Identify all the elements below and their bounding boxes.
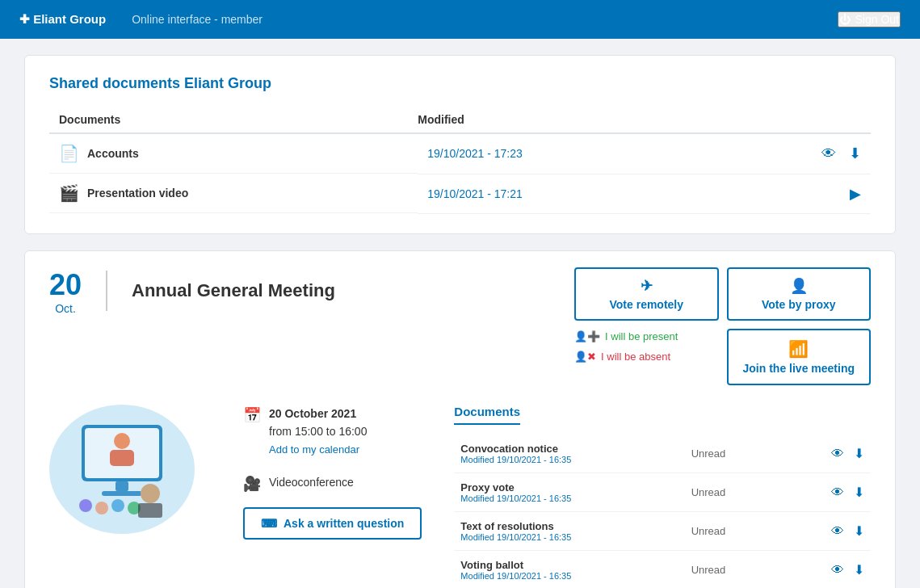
join-live-meeting-button[interactable]: 📶 Join the live meeting	[727, 329, 871, 385]
meeting-doc-download-button[interactable]: ⬇	[854, 523, 864, 539]
power-icon: ⏻	[839, 13, 851, 26]
videoconf-info-row: 🎥 Videoconference	[243, 473, 422, 493]
meeting-doc-title-cell: Voting ballot Modified 19/10/2021 - 16:3…	[454, 550, 684, 588]
svg-point-8	[111, 499, 124, 512]
meeting-day: 20	[49, 267, 82, 302]
meeting-month: Oct.	[49, 302, 82, 316]
meeting-doc-title: Convocation notice	[460, 443, 678, 455]
join-label: Join the live meeting	[743, 362, 855, 375]
header-subtitle: Online interface - member	[132, 13, 263, 26]
view-button[interactable]: 👁	[821, 145, 836, 162]
main-content: Shared documents Eliant Group Documents …	[0, 39, 920, 588]
meeting-doc-status: Unread	[685, 511, 773, 550]
meeting-doc-modified: Modified 19/10/2021 - 16:35	[460, 494, 678, 503]
calendar-icon: 📅	[243, 406, 261, 424]
meeting-doc-title: Proxy vote	[460, 481, 678, 494]
meeting-doc-modified: Modified 19/10/2021 - 16:35	[460, 532, 678, 542]
date-info-text: 20 October 2021 from 15:00 to 16:00 Add …	[269, 405, 367, 460]
meeting-info-date: 20 October 2021	[269, 405, 367, 422]
meeting-header: 20 Oct. Annual General Meeting ✈ Vote re…	[49, 267, 871, 385]
present-icon: 👤➕	[574, 330, 600, 342]
meeting-doc-download-button[interactable]: ⬇	[854, 562, 864, 578]
svg-rect-3	[110, 450, 134, 466]
doc-title: Accounts	[87, 147, 139, 160]
videoconf-text: Videoconference	[269, 473, 354, 491]
doc-name-cell: 🎬 Presentation video	[49, 174, 418, 213]
written-question-button[interactable]: ⌨ Ask a written question	[243, 507, 422, 540]
meeting-doc-actions: 👁 ⬇	[773, 435, 871, 473]
meeting-title: Annual General Meeting	[132, 280, 335, 301]
meeting-doc-title-cell: Convocation notice Modified 19/10/2021 -…	[454, 435, 684, 473]
videoconf-label: Videoconference	[269, 476, 354, 489]
vote-remotely-button[interactable]: ✈ Vote remotely	[574, 267, 718, 321]
svg-point-2	[114, 433, 130, 449]
meeting-info: 📅 20 October 2021 from 15:00 to 16:00 Ad…	[243, 405, 422, 589]
meeting-doc-status: Unread	[685, 472, 773, 511]
svg-point-6	[79, 499, 92, 512]
meeting-doc-row: Proxy vote Modified 19/10/2021 - 16:35 U…	[454, 472, 871, 511]
will-be-present-button[interactable]: 👤➕ I will be present	[574, 329, 718, 344]
signout-button[interactable]: ⏻ Sign Out	[838, 11, 901, 27]
meeting-doc-view-button[interactable]: 👁	[831, 524, 844, 539]
col-documents: Documents	[49, 107, 418, 133]
illustration-circle	[49, 405, 195, 534]
present-label: I will be present	[605, 330, 678, 342]
meeting-doc-title: Text of resolutions	[460, 520, 678, 532]
will-be-absent-button[interactable]: 👤✖ I will be absent	[574, 349, 718, 364]
shared-doc-row: 🎬 Presentation video 19/10/2021 - 17:21 …	[49, 174, 871, 213]
video-icon: 🎥	[243, 475, 261, 493]
meeting-doc-row: Voting ballot Modified 19/10/2021 - 16:3…	[454, 550, 871, 588]
download-button[interactable]: ⬇	[849, 145, 861, 162]
meeting-doc-download-button[interactable]: ⬇	[854, 485, 864, 500]
svg-rect-11	[138, 503, 162, 518]
col-modified: Modified	[418, 107, 701, 133]
keyboard-icon: ⌨	[261, 517, 277, 530]
meeting-doc-row: Convocation notice Modified 19/10/2021 -…	[454, 435, 871, 473]
doc-title: Presentation video	[87, 187, 188, 200]
meeting-doc-view-button[interactable]: 👁	[831, 447, 844, 461]
meeting-docs-table: Convocation notice Modified 19/10/2021 -…	[454, 435, 871, 589]
play-button[interactable]: ▶	[850, 185, 861, 203]
meeting-documents: Documents Convocation notice Modified 19…	[454, 405, 871, 589]
meeting-info-time: from 15:00 to 16:00	[269, 425, 367, 438]
shared-documents-card: Shared documents Eliant Group Documents …	[24, 55, 896, 234]
doc-file-icon: 📄	[59, 144, 79, 163]
shared-docs-title: Shared documents Eliant Group	[49, 75, 871, 92]
meeting-doc-title-cell: Text of resolutions Modified 19/10/2021 …	[454, 511, 684, 550]
add-to-calendar-link[interactable]: Add to my calendar	[269, 443, 359, 456]
brand-logo: ✚ Eliant Group	[19, 12, 106, 27]
attendance-buttons: 👤➕ I will be present 👤✖ I will be absent	[574, 329, 718, 364]
meeting-doc-actions: 👁 ⬇	[773, 472, 871, 511]
doc-file-icon: 🎬	[59, 183, 79, 203]
meeting-date-title: 20 Oct. Annual General Meeting	[49, 267, 335, 316]
documents-tab[interactable]: Documents	[454, 405, 520, 425]
meeting-actions: ✈ Vote remotely 👤Vote by proxy 📶 Join th…	[574, 267, 871, 385]
meeting-date: 20 Oct.	[49, 267, 82, 316]
doc-name-cell: 📄 Accounts	[49, 134, 418, 174]
shared-docs-table: Documents Modified 📄 Accounts 19/10/2021…	[49, 107, 871, 214]
brand-icon: ✚ Eliant Group	[19, 12, 106, 27]
meeting-illustration	[49, 405, 211, 589]
meeting-doc-view-button[interactable]: 👁	[831, 563, 844, 578]
doc-actions: ▶	[701, 174, 871, 213]
meeting-doc-status: Unread	[685, 550, 773, 588]
svg-point-7	[95, 502, 108, 514]
header: ✚ Eliant Group Online interface - member…	[0, 0, 920, 39]
meeting-doc-modified: Modified 19/10/2021 - 16:35	[460, 571, 678, 581]
written-question-label: Ask a written question	[284, 517, 404, 530]
shared-doc-row: 📄 Accounts 19/10/2021 - 17:23 👁 ⬇	[49, 133, 871, 174]
vote-by-proxy-button[interactable]: 👤Vote by proxy	[727, 267, 871, 321]
meeting-details: 📅 20 October 2021 from 15:00 to 16:00 Ad…	[49, 405, 871, 589]
svg-rect-5	[102, 491, 142, 496]
meeting-doc-view-button[interactable]: 👁	[831, 485, 844, 500]
illustration-svg	[57, 413, 187, 526]
date-divider	[106, 271, 107, 311]
svg-rect-4	[116, 481, 128, 491]
absent-icon: 👤✖	[574, 351, 596, 363]
meeting-doc-status: Unread	[685, 435, 773, 473]
join-icon: 📶	[788, 339, 809, 359]
svg-point-10	[141, 484, 160, 503]
meeting-doc-actions: 👁 ⬇	[773, 511, 871, 550]
meeting-doc-title: Voting ballot	[460, 559, 678, 571]
meeting-doc-download-button[interactable]: ⬇	[854, 446, 864, 461]
